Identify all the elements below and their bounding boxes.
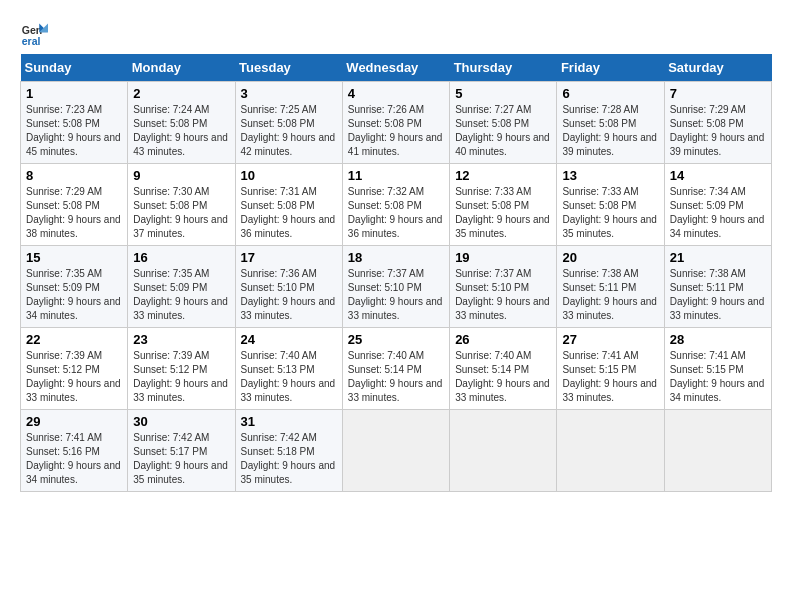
calendar-week-row: 22 Sunrise: 7:39 AM Sunset: 5:12 PM Dayl… (21, 328, 772, 410)
calendar-cell (664, 410, 771, 492)
day-detail: Sunrise: 7:37 AM Sunset: 5:10 PM Dayligh… (455, 267, 551, 323)
day-number: 18 (348, 250, 444, 265)
calendar-day-header: Thursday (450, 54, 557, 82)
day-number: 1 (26, 86, 122, 101)
day-detail: Sunrise: 7:23 AM Sunset: 5:08 PM Dayligh… (26, 103, 122, 159)
day-number: 25 (348, 332, 444, 347)
day-detail: Sunrise: 7:27 AM Sunset: 5:08 PM Dayligh… (455, 103, 551, 159)
calendar-cell: 15 Sunrise: 7:35 AM Sunset: 5:09 PM Dayl… (21, 246, 128, 328)
calendar-cell: 29 Sunrise: 7:41 AM Sunset: 5:16 PM Dayl… (21, 410, 128, 492)
day-number: 14 (670, 168, 766, 183)
day-detail: Sunrise: 7:25 AM Sunset: 5:08 PM Dayligh… (241, 103, 337, 159)
calendar-week-row: 8 Sunrise: 7:29 AM Sunset: 5:08 PM Dayli… (21, 164, 772, 246)
day-detail: Sunrise: 7:32 AM Sunset: 5:08 PM Dayligh… (348, 185, 444, 241)
day-detail: Sunrise: 7:40 AM Sunset: 5:13 PM Dayligh… (241, 349, 337, 405)
calendar-cell: 10 Sunrise: 7:31 AM Sunset: 5:08 PM Dayl… (235, 164, 342, 246)
day-detail: Sunrise: 7:39 AM Sunset: 5:12 PM Dayligh… (133, 349, 229, 405)
calendar-cell: 27 Sunrise: 7:41 AM Sunset: 5:15 PM Dayl… (557, 328, 664, 410)
calendar-cell: 26 Sunrise: 7:40 AM Sunset: 5:14 PM Dayl… (450, 328, 557, 410)
day-detail: Sunrise: 7:41 AM Sunset: 5:15 PM Dayligh… (670, 349, 766, 405)
day-detail: Sunrise: 7:29 AM Sunset: 5:08 PM Dayligh… (670, 103, 766, 159)
day-detail: Sunrise: 7:28 AM Sunset: 5:08 PM Dayligh… (562, 103, 658, 159)
calendar-cell: 28 Sunrise: 7:41 AM Sunset: 5:15 PM Dayl… (664, 328, 771, 410)
calendar-cell: 19 Sunrise: 7:37 AM Sunset: 5:10 PM Dayl… (450, 246, 557, 328)
day-number: 15 (26, 250, 122, 265)
calendar-cell: 11 Sunrise: 7:32 AM Sunset: 5:08 PM Dayl… (342, 164, 449, 246)
day-number: 29 (26, 414, 122, 429)
day-detail: Sunrise: 7:30 AM Sunset: 5:08 PM Dayligh… (133, 185, 229, 241)
calendar-cell (342, 410, 449, 492)
day-detail: Sunrise: 7:34 AM Sunset: 5:09 PM Dayligh… (670, 185, 766, 241)
calendar-cell: 14 Sunrise: 7:34 AM Sunset: 5:09 PM Dayl… (664, 164, 771, 246)
logo: Gen eral (20, 20, 52, 48)
day-number: 22 (26, 332, 122, 347)
calendar-day-header: Tuesday (235, 54, 342, 82)
day-number: 5 (455, 86, 551, 101)
day-number: 8 (26, 168, 122, 183)
calendar-header-row: SundayMondayTuesdayWednesdayThursdayFrid… (21, 54, 772, 82)
day-number: 4 (348, 86, 444, 101)
day-number: 3 (241, 86, 337, 101)
calendar-day-header: Sunday (21, 54, 128, 82)
calendar-week-row: 29 Sunrise: 7:41 AM Sunset: 5:16 PM Dayl… (21, 410, 772, 492)
day-number: 12 (455, 168, 551, 183)
calendar-cell: 20 Sunrise: 7:38 AM Sunset: 5:11 PM Dayl… (557, 246, 664, 328)
day-detail: Sunrise: 7:33 AM Sunset: 5:08 PM Dayligh… (562, 185, 658, 241)
svg-text:eral: eral (22, 35, 41, 47)
logo-icon: Gen eral (20, 20, 48, 48)
day-number: 21 (670, 250, 766, 265)
calendar-cell: 12 Sunrise: 7:33 AM Sunset: 5:08 PM Dayl… (450, 164, 557, 246)
day-number: 2 (133, 86, 229, 101)
day-detail: Sunrise: 7:35 AM Sunset: 5:09 PM Dayligh… (133, 267, 229, 323)
day-number: 31 (241, 414, 337, 429)
day-detail: Sunrise: 7:38 AM Sunset: 5:11 PM Dayligh… (670, 267, 766, 323)
day-detail: Sunrise: 7:35 AM Sunset: 5:09 PM Dayligh… (26, 267, 122, 323)
day-detail: Sunrise: 7:36 AM Sunset: 5:10 PM Dayligh… (241, 267, 337, 323)
day-detail: Sunrise: 7:37 AM Sunset: 5:10 PM Dayligh… (348, 267, 444, 323)
calendar-cell: 9 Sunrise: 7:30 AM Sunset: 5:08 PM Dayli… (128, 164, 235, 246)
calendar-day-header: Monday (128, 54, 235, 82)
day-number: 17 (241, 250, 337, 265)
calendar-cell: 4 Sunrise: 7:26 AM Sunset: 5:08 PM Dayli… (342, 82, 449, 164)
day-number: 7 (670, 86, 766, 101)
calendar-cell: 1 Sunrise: 7:23 AM Sunset: 5:08 PM Dayli… (21, 82, 128, 164)
day-detail: Sunrise: 7:38 AM Sunset: 5:11 PM Dayligh… (562, 267, 658, 323)
calendar-cell: 7 Sunrise: 7:29 AM Sunset: 5:08 PM Dayli… (664, 82, 771, 164)
calendar-cell: 17 Sunrise: 7:36 AM Sunset: 5:10 PM Dayl… (235, 246, 342, 328)
day-number: 9 (133, 168, 229, 183)
day-number: 11 (348, 168, 444, 183)
calendar-cell: 23 Sunrise: 7:39 AM Sunset: 5:12 PM Dayl… (128, 328, 235, 410)
calendar-cell: 6 Sunrise: 7:28 AM Sunset: 5:08 PM Dayli… (557, 82, 664, 164)
day-detail: Sunrise: 7:41 AM Sunset: 5:15 PM Dayligh… (562, 349, 658, 405)
day-detail: Sunrise: 7:33 AM Sunset: 5:08 PM Dayligh… (455, 185, 551, 241)
day-detail: Sunrise: 7:29 AM Sunset: 5:08 PM Dayligh… (26, 185, 122, 241)
calendar-day-header: Friday (557, 54, 664, 82)
calendar-cell: 8 Sunrise: 7:29 AM Sunset: 5:08 PM Dayli… (21, 164, 128, 246)
calendar-cell: 13 Sunrise: 7:33 AM Sunset: 5:08 PM Dayl… (557, 164, 664, 246)
day-detail: Sunrise: 7:24 AM Sunset: 5:08 PM Dayligh… (133, 103, 229, 159)
day-detail: Sunrise: 7:40 AM Sunset: 5:14 PM Dayligh… (348, 349, 444, 405)
day-detail: Sunrise: 7:42 AM Sunset: 5:17 PM Dayligh… (133, 431, 229, 487)
calendar-week-row: 1 Sunrise: 7:23 AM Sunset: 5:08 PM Dayli… (21, 82, 772, 164)
calendar-cell: 18 Sunrise: 7:37 AM Sunset: 5:10 PM Dayl… (342, 246, 449, 328)
calendar-cell: 22 Sunrise: 7:39 AM Sunset: 5:12 PM Dayl… (21, 328, 128, 410)
day-number: 28 (670, 332, 766, 347)
calendar-cell: 2 Sunrise: 7:24 AM Sunset: 5:08 PM Dayli… (128, 82, 235, 164)
calendar-cell: 25 Sunrise: 7:40 AM Sunset: 5:14 PM Dayl… (342, 328, 449, 410)
day-number: 16 (133, 250, 229, 265)
day-detail: Sunrise: 7:26 AM Sunset: 5:08 PM Dayligh… (348, 103, 444, 159)
day-number: 6 (562, 86, 658, 101)
calendar-cell (450, 410, 557, 492)
calendar-day-header: Saturday (664, 54, 771, 82)
calendar-cell: 30 Sunrise: 7:42 AM Sunset: 5:17 PM Dayl… (128, 410, 235, 492)
calendar-table: SundayMondayTuesdayWednesdayThursdayFrid… (20, 54, 772, 492)
day-number: 23 (133, 332, 229, 347)
day-number: 30 (133, 414, 229, 429)
day-number: 26 (455, 332, 551, 347)
day-detail: Sunrise: 7:41 AM Sunset: 5:16 PM Dayligh… (26, 431, 122, 487)
day-number: 19 (455, 250, 551, 265)
calendar-cell: 31 Sunrise: 7:42 AM Sunset: 5:18 PM Dayl… (235, 410, 342, 492)
day-number: 24 (241, 332, 337, 347)
calendar-cell: 16 Sunrise: 7:35 AM Sunset: 5:09 PM Dayl… (128, 246, 235, 328)
day-detail: Sunrise: 7:39 AM Sunset: 5:12 PM Dayligh… (26, 349, 122, 405)
